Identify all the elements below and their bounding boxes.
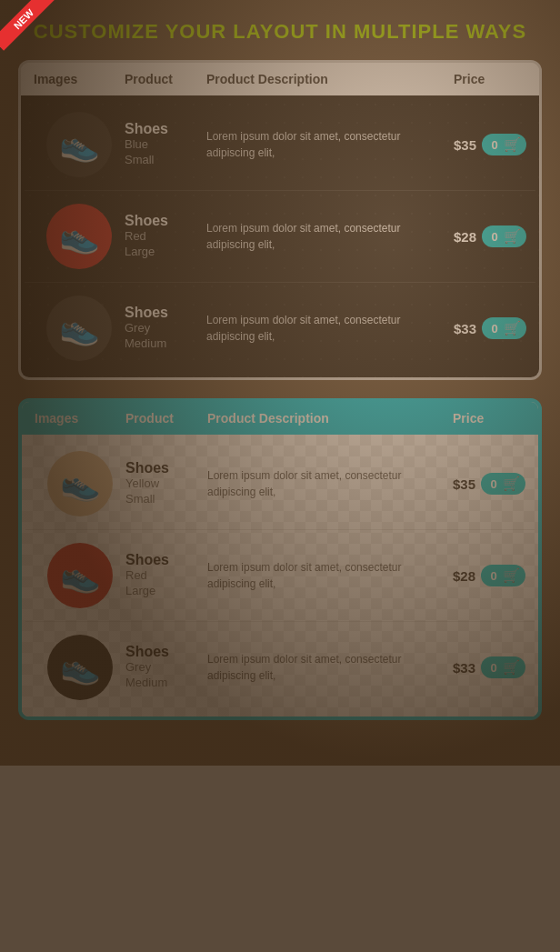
add-to-cart-button[interactable]: 0 🛒 [482,134,526,155]
price-col: $33 0 🛒 [453,656,525,678]
product-name: Shoes [125,213,206,229]
product-sub: GreyMedium [125,660,207,691]
product-image-wrap: 👟 [34,112,125,177]
table-body: 👟 Shoes BlueSmall Lorem ipsum dolor sit … [21,95,539,377]
product-info: Shoes GreyMedium [125,644,207,691]
add-to-cart-button[interactable]: 0 🛒 [481,565,525,586]
price-col: $35 0 🛒 [454,134,526,155]
price-tag: $28 [454,229,476,245]
add-to-cart-button[interactable]: 0 🛒 [482,317,526,339]
product-image: 👟 [47,451,113,516]
product-image: 👟 [46,112,112,177]
col-images: Images [35,411,125,426]
product-description: Lorem ipsum dolor sit amet, consectetur … [206,128,454,161]
product-description: Lorem ipsum dolor sit amet, consectetur … [207,559,453,592]
cart-icon: 🛒 [503,567,520,584]
col-price: Price [453,411,525,426]
table-row: 👟 Shoes GreyMedium Lorem ipsum dolor sit… [25,622,535,713]
product-name: Shoes [125,644,207,660]
main-title: CUSTOMIZE YOUR LAYOUT IN MULTIPLE WAYS [18,9,542,60]
product-image-wrap: 👟 [35,635,125,700]
product-image: 👟 [47,543,113,608]
product-image-wrap: 👟 [35,543,125,608]
product-description: Lorem ipsum dolor sit amet, consectetur … [206,220,454,253]
cart-icon: 🛒 [504,320,521,336]
add-to-cart-button[interactable]: 0 🛒 [481,473,525,495]
cart-quantity: 0 [489,138,500,152]
price-col: $28 0 🛒 [453,565,525,586]
product-image: 👟 [46,296,112,361]
table-header: Images Product Product Description Price [22,402,538,435]
cart-icon: 🛒 [503,659,520,676]
product-info: Shoes YellowSmall [125,460,207,507]
product-image-wrap: 👟 [34,296,125,361]
product-info: Shoes RedLarge [125,213,206,260]
product-sub: BlueSmall [125,137,206,168]
product-image-wrap: 👟 [35,451,125,516]
cart-icon: 🛒 [504,228,521,245]
product-name: Shoes [125,121,206,137]
cart-quantity: 0 [489,322,500,336]
cart-quantity: 0 [489,230,500,244]
table-row: 👟 Shoes GreyMedium Lorem ipsum dolor sit… [25,283,535,374]
table-header: Images Product Product Description Price [21,63,539,95]
light-table: Images Product Product Description Price… [18,398,542,720]
product-image: 👟 [47,635,113,700]
cart-icon: 🛒 [504,136,521,153]
product-image: 👟 [46,204,112,269]
price-tag: $28 [453,568,475,584]
price-tag: $35 [453,476,475,492]
product-sub: RedLarge [125,229,206,260]
table-row: 👟 Shoes RedLarge Lorem ipsum dolor sit a… [25,530,535,622]
new-badge [0,0,55,55]
price-col: $28 0 🛒 [454,225,526,247]
price-col: $35 0 🛒 [453,473,525,495]
dark-table: Images Product Product Description Price… [18,60,542,380]
product-description: Lorem ipsum dolor sit amet, consectetur … [206,312,454,345]
price-tag: $33 [454,321,476,336]
price-tag: $35 [454,137,476,153]
col-desc: Product Description [207,411,453,426]
price-tag: $33 [453,660,475,676]
product-info: Shoes BlueSmall [125,121,206,168]
product-name: Shoes [125,460,207,476]
col-desc: Product Description [206,72,454,86]
product-image-wrap: 👟 [34,204,125,269]
cart-icon: 🛒 [503,476,520,492]
table-body: 👟 Shoes YellowSmall Lorem ipsum dolor si… [22,435,538,717]
cart-quantity: 0 [488,477,499,491]
product-sub: RedLarge [125,568,207,599]
col-price: Price [454,72,526,86]
product-name: Shoes [125,305,206,321]
col-product: Product [125,411,207,426]
add-to-cart-button[interactable]: 0 🛒 [481,656,525,678]
table-row: 👟 Shoes BlueSmall Lorem ipsum dolor sit … [25,99,535,191]
product-name: Shoes [125,552,207,568]
col-product: Product [125,72,206,86]
cart-quantity: 0 [488,661,499,675]
add-to-cart-button[interactable]: 0 🛒 [482,225,526,247]
product-info: Shoes GreyMedium [125,305,206,352]
table-row: 👟 Shoes RedLarge Lorem ipsum dolor sit a… [25,191,535,283]
table-row: 👟 Shoes YellowSmall Lorem ipsum dolor si… [25,438,535,530]
cart-quantity: 0 [488,569,499,583]
price-col: $33 0 🛒 [454,317,526,339]
product-info: Shoes RedLarge [125,552,207,599]
col-images: Images [34,72,125,86]
product-description: Lorem ipsum dolor sit amet, consectetur … [207,467,453,500]
product-description: Lorem ipsum dolor sit amet, consectetur … [207,651,453,684]
product-sub: GreyMedium [125,321,206,352]
product-sub: YellowSmall [125,476,207,507]
